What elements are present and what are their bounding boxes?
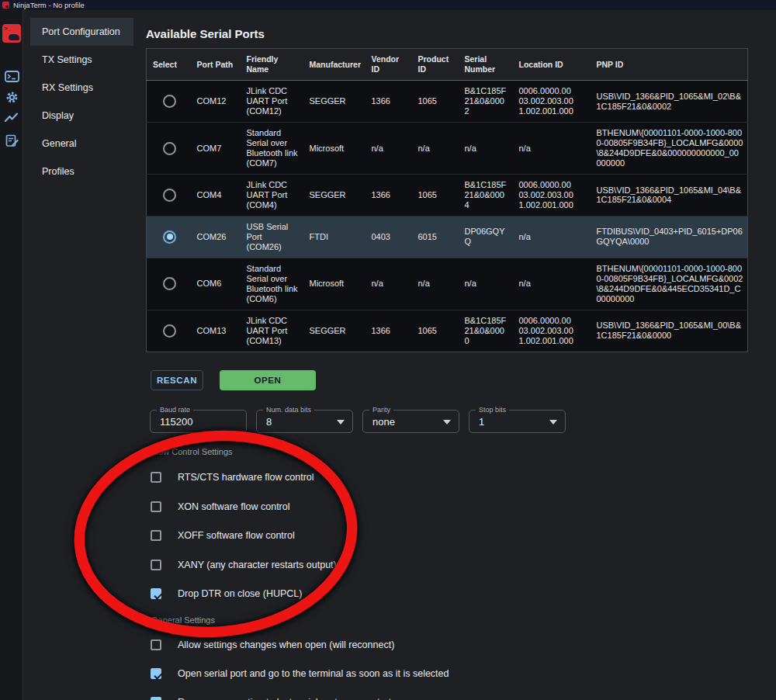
chevron-down-icon xyxy=(549,420,557,425)
sidebar-item-tx-settings[interactable]: TX Settings xyxy=(24,46,133,74)
sidebar-item-general[interactable]: General xyxy=(24,130,133,158)
table-row-com7[interactable]: COM7 Standard Serial over Bluetooth link… xyxy=(147,123,748,175)
checkbox-icon[interactable] xyxy=(151,501,161,512)
col-product-id: Product ID xyxy=(412,49,459,81)
sidebar-item-port-configuration[interactable]: Port Configuration xyxy=(30,18,133,46)
col-friendly-name: Friendly Name xyxy=(241,49,303,81)
ninjaterm-logo-icon[interactable]: >_ xyxy=(2,24,21,43)
window-title: NinjaTerm - No profile xyxy=(13,1,85,9)
sidebar-item-profiles[interactable]: Profiles xyxy=(24,158,133,185)
radio-com26[interactable] xyxy=(163,230,176,244)
col-port-path: Port Path xyxy=(191,49,241,81)
col-serial-number: Serial Number xyxy=(459,49,513,81)
table-row-com4[interactable]: COM4 JLink CDC UART Port (COM4) SEGGER 1… xyxy=(147,175,748,217)
checkbox-xoff[interactable]: XOFF software flow control xyxy=(151,528,295,543)
checkbox-icon[interactable] xyxy=(151,639,161,650)
num-data-bits-select[interactable]: Num. data bits 8 xyxy=(256,410,353,433)
baud-rate-label: Baud rate xyxy=(157,406,193,414)
radio-com6[interactable] xyxy=(163,277,176,290)
sidebar-item-display[interactable]: Display xyxy=(24,102,133,130)
rescan-button[interactable]: RESCAN xyxy=(151,370,203,390)
sidebar-item-rx-settings[interactable]: RX Settings xyxy=(24,74,133,102)
settings-menu: Port Configuration TX Settings RX Settin… xyxy=(24,10,133,185)
chevron-down-icon xyxy=(443,420,451,425)
radio-com4[interactable] xyxy=(163,189,176,202)
col-select: Select xyxy=(147,49,191,81)
window-titlebar: NinjaTerm - No profile xyxy=(0,0,776,10)
col-manufacturer: Manufacturer xyxy=(303,49,365,81)
checkbox-xon[interactable]: XON software flow control xyxy=(151,499,290,515)
checkbox-icon[interactable] xyxy=(151,588,161,599)
baud-rate-value: 115200 xyxy=(160,416,192,428)
col-location-id: Location ID xyxy=(513,49,591,81)
checkbox-drop-dtr[interactable]: Drop DTR on close (HUPCL) xyxy=(151,586,302,601)
radio-com12[interactable] xyxy=(163,95,176,108)
checkbox-open-port-on-select[interactable]: Open serial port and go to the terminal … xyxy=(151,666,449,681)
checkbox-icon[interactable] xyxy=(151,697,161,700)
table-header-row: Select Port Path Friendly Name Manufactu… xyxy=(147,49,748,81)
flow-control-heading: Flow Control Settings xyxy=(151,447,233,456)
checkbox-rts-cts[interactable]: RTS/CTS hardware flow control xyxy=(151,470,314,485)
stop-bits-select[interactable]: Stop bits 1 xyxy=(469,410,566,433)
checkbox-icon[interactable] xyxy=(151,668,161,679)
terminal-icon[interactable] xyxy=(0,71,23,82)
serial-ports-table: Select Port Path Friendly Name Manufactu… xyxy=(146,48,748,352)
table-row-com6[interactable]: COM6 Standard Serial over Bluetooth link… xyxy=(147,258,748,310)
chevron-down-icon xyxy=(337,420,345,425)
baud-rate-input[interactable]: Baud rate 115200 xyxy=(150,410,247,433)
open-button[interactable]: OPEN xyxy=(220,370,316,390)
page-title: Available Serial Ports xyxy=(146,27,265,40)
table-row-com13[interactable]: COM13 JLink CDC UART Port (COM13) SEGGER… xyxy=(147,310,748,352)
checkbox-resume-connection[interactable]: Resume connection to last serial port on… xyxy=(151,695,402,700)
checkbox-icon[interactable] xyxy=(151,472,161,483)
table-row-com12[interactable]: COM12 JLink CDC UART Port (COM12) SEGGER… xyxy=(147,81,748,123)
radio-com13[interactable] xyxy=(163,324,176,338)
checkbox-allow-settings-changes[interactable]: Allow settings changes when open (will r… xyxy=(151,637,394,653)
col-vendor-id: Vendor ID xyxy=(365,49,412,81)
radio-com7[interactable] xyxy=(163,142,176,155)
parity-select[interactable]: Parity none xyxy=(362,410,459,433)
table-row-com26[interactable]: COM26 USB Serial Port (COM26) FTDI 0403 … xyxy=(147,216,748,258)
logbook-icon[interactable] xyxy=(0,134,23,147)
general-settings-heading: General Settings xyxy=(151,615,215,625)
col-pnp-id: PNP ID xyxy=(591,49,748,81)
checkbox-xany[interactable]: XANY (any character restarts output) xyxy=(151,557,337,573)
app-icon xyxy=(2,2,9,9)
checkbox-icon[interactable] xyxy=(151,560,161,570)
graph-icon[interactable] xyxy=(0,113,23,123)
icon-rail: >_ xyxy=(0,10,23,700)
settings-gear-icon[interactable] xyxy=(0,91,23,104)
checkbox-icon[interactable] xyxy=(151,530,161,541)
